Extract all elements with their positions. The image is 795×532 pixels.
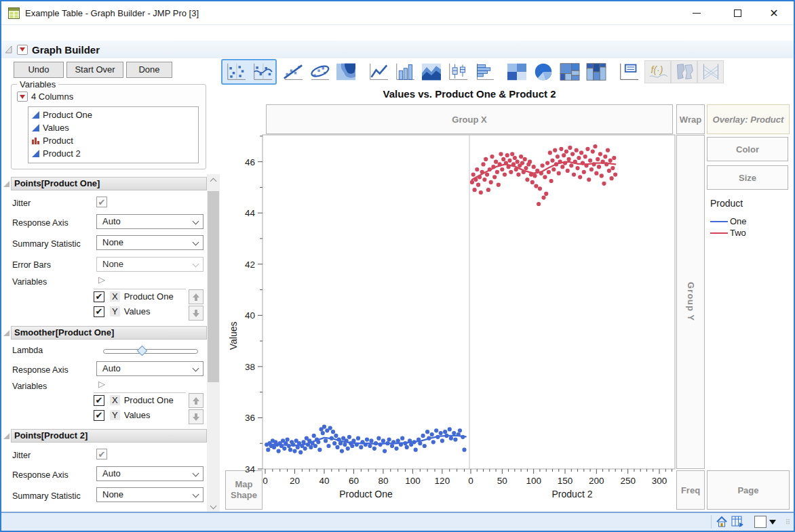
- undo-button[interactable]: Undo: [14, 62, 64, 78]
- chevron-down-icon: [193, 218, 199, 225]
- x-variable-checkbox[interactable]: ✔: [94, 291, 104, 302]
- section-header-smoother-product-one[interactable]: Smoother[Product One]: [1, 325, 207, 340]
- bar-icon: [394, 62, 416, 81]
- summary-statistic-dropdown[interactable]: None: [96, 487, 203, 502]
- drop-target-box[interactable]: [754, 516, 767, 528]
- start-over-button[interactable]: Start Over: [66, 62, 123, 78]
- toolbar-formula-button: f(·): [644, 60, 671, 83]
- svg-text:40: 40: [319, 476, 329, 486]
- jitter-checkbox[interactable]: ✔: [96, 449, 107, 459]
- toolbar-contour-button[interactable]: [332, 60, 359, 83]
- lambda-slider[interactable]: [103, 346, 198, 358]
- smoother-response-axis-dropdown[interactable]: Auto: [96, 361, 203, 376]
- minimize-button[interactable]: [681, 1, 712, 24]
- column-item-product[interactable]: Product: [31, 134, 195, 147]
- move-down-button[interactable]: [189, 306, 203, 321]
- toolbar-box-plot-button[interactable]: [444, 60, 471, 83]
- response-axis-label: Response Axis: [12, 470, 69, 480]
- toolbar-bar-button[interactable]: [391, 60, 418, 83]
- variables-label: Variables: [12, 277, 47, 287]
- slider-thumb[interactable]: [137, 346, 148, 356]
- maximize-button[interactable]: [722, 1, 753, 24]
- section-header-points-product-one[interactable]: Points[Product One]: [1, 176, 207, 191]
- svg-text:0: 0: [468, 476, 473, 486]
- toolbar-heatmap-button[interactable]: [503, 60, 530, 83]
- close-button[interactable]: ✕: [758, 1, 790, 24]
- dropdown-triangle-icon[interactable]: [769, 520, 776, 525]
- freq-drop-zone[interactable]: Freq: [676, 470, 705, 510]
- lambda-label: Lambda: [12, 346, 43, 355]
- toolbar-points-button[interactable]: [222, 60, 249, 83]
- color-drop-zone[interactable]: Color: [707, 137, 788, 161]
- zone-label: Group Y: [686, 282, 696, 321]
- response-axis-dropdown[interactable]: Auto: [96, 466, 203, 481]
- overlay-drop-zone[interactable]: Overlay: Product: [707, 104, 790, 134]
- red-triangle-menu[interactable]: [17, 45, 28, 55]
- columns-red-triangle-menu[interactable]: [17, 91, 28, 102]
- down-arrow-icon: [192, 413, 200, 422]
- page-drop-zone[interactable]: Page: [707, 470, 790, 510]
- home-icon[interactable]: [716, 516, 728, 528]
- toolbar-caption-box-button[interactable]: [615, 60, 642, 83]
- data-table-icon[interactable]: [731, 516, 744, 528]
- toolbar-smoother-button[interactable]: [249, 60, 275, 83]
- toolbar-pie-button[interactable]: [530, 60, 556, 83]
- x-variable-checkbox[interactable]: ✔: [94, 395, 104, 406]
- move-down-button[interactable]: [189, 409, 203, 424]
- section-title: Points[Product 2]: [14, 430, 88, 441]
- points-icon: [225, 62, 247, 81]
- svg-text:f(·): f(·): [651, 64, 663, 75]
- column-item-values[interactable]: Values: [31, 121, 195, 134]
- jitter-checkbox[interactable]: ✔: [96, 197, 107, 207]
- wrap-drop-zone[interactable]: Wrap: [676, 104, 705, 134]
- size-drop-zone[interactable]: Size: [707, 165, 788, 190]
- chevron-down-icon: [210, 503, 217, 510]
- collapse-triangle-icon[interactable]: [5, 45, 13, 54]
- jitter-label: Jitter: [12, 451, 31, 460]
- y-variable-checkbox[interactable]: ✔: [94, 306, 104, 317]
- zone-label: Group X: [452, 115, 486, 125]
- resize-grip[interactable]: ⠿: [786, 518, 791, 526]
- column-item-product-one[interactable]: Product One: [31, 108, 195, 121]
- column-name: Product One: [43, 110, 92, 120]
- toolbar-histogram-button[interactable]: [471, 60, 497, 83]
- y-variable-row: ✔ Y Values: [94, 304, 150, 319]
- column-item-product-2[interactable]: Product 2: [31, 147, 195, 160]
- svg-text:80: 80: [378, 476, 388, 486]
- toolbar-line-button[interactable]: [365, 60, 391, 83]
- collapse-triangle-icon: [3, 181, 9, 187]
- disclosure-triangle-icon[interactable]: ▷: [98, 274, 105, 285]
- toolbar-area-button[interactable]: [418, 60, 444, 83]
- toolbar-treemap-button[interactable]: [556, 60, 583, 83]
- disclosure-triangle-icon[interactable]: ▷: [98, 379, 105, 389]
- summary-statistic-dropdown[interactable]: None: [96, 235, 203, 250]
- y-variable-checkbox[interactable]: ✔: [94, 410, 104, 421]
- section-header-points-product-2[interactable]: Points[Product 2]: [1, 428, 207, 443]
- variable-name: Values: [124, 410, 151, 420]
- move-up-button[interactable]: [189, 393, 203, 408]
- heatmap-icon: [506, 62, 528, 81]
- x-variable-row: ✔ X Product One: [94, 393, 174, 407]
- svg-text:120: 120: [435, 476, 450, 486]
- group-y-drop-zone[interactable]: Group Y: [676, 135, 705, 469]
- chevron-down-icon: [193, 365, 199, 372]
- svg-text:Product One: Product One: [339, 489, 393, 499]
- zone-label: Wrap: [680, 115, 701, 125]
- zone-label: Size: [739, 173, 756, 183]
- legend-item-two[interactable]: Two: [710, 227, 747, 239]
- done-button[interactable]: Done: [126, 62, 172, 78]
- panel-scrollbar[interactable]: [207, 174, 220, 513]
- scrollbar-thumb[interactable]: [208, 191, 219, 382]
- scatter-plot-canvas[interactable]: 34363840424446Values020406080100120Produ…: [225, 130, 680, 513]
- toolbar-ellipse-button[interactable]: [306, 60, 332, 83]
- variable-name: Values: [124, 306, 151, 316]
- toolbar-mosaic-button[interactable]: [583, 60, 609, 83]
- scroll-up-button[interactable]: [207, 174, 220, 186]
- toolbar-line-of-fit-button[interactable]: [279, 60, 306, 83]
- response-axis-dropdown[interactable]: Auto: [96, 214, 203, 229]
- parallel-plot-icon: [700, 62, 722, 81]
- role-badge: Y: [110, 410, 120, 420]
- move-up-button[interactable]: [189, 289, 203, 304]
- legend-item-one[interactable]: One: [710, 216, 747, 227]
- svg-text:50: 50: [497, 476, 507, 486]
